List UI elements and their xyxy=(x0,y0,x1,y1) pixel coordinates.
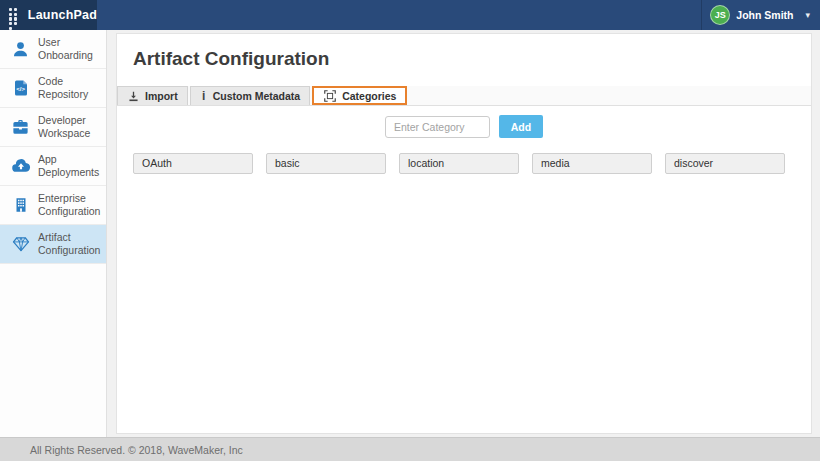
apps-grid-icon xyxy=(9,8,21,22)
sidebar-item-label: User Onboarding xyxy=(38,36,102,62)
tab-label: Custom Metadata xyxy=(213,90,301,102)
tabbar: Import i Custom Metadata Categories xyxy=(117,86,811,106)
user-name: John Smith xyxy=(736,9,793,21)
tab-label: Import xyxy=(145,90,178,102)
category-chip[interactable]: media xyxy=(532,153,652,174)
launchpad-app: LaunchPad JS John Smith ▾ User Onboardin… xyxy=(0,0,820,461)
page-title: Artifact Configuration xyxy=(117,34,811,86)
sidebar-item-artifact-configuration[interactable]: Artifact Configuration xyxy=(0,225,106,264)
sidebar-item-label: App Deployments xyxy=(38,153,102,179)
download-icon xyxy=(127,90,140,103)
main-content: Artifact Configuration Import i Custom M… xyxy=(107,30,820,437)
category-input[interactable] xyxy=(385,116,490,138)
tab-import[interactable]: Import xyxy=(117,86,188,105)
header-spacer xyxy=(97,0,701,30)
user-menu[interactable]: JS John Smith ▾ xyxy=(701,0,820,30)
crop-frame-icon xyxy=(323,89,337,103)
app-title: LaunchPad xyxy=(28,8,97,22)
code-file-icon: </> xyxy=(10,79,31,97)
sidebar-item-enterprise-configuration[interactable]: Enterprise Configuration xyxy=(0,186,106,225)
sidebar-item-label: Developer Workspace xyxy=(38,114,102,140)
sidebar-item-label: Artifact Configuration xyxy=(38,231,102,257)
sidebar-item-developer-workspace[interactable]: Developer Workspace xyxy=(0,108,106,147)
sidebar-item-label: Enterprise Configuration xyxy=(38,192,102,218)
info-icon: i xyxy=(200,89,208,103)
categories-tab-content: Add OAuth basic location media discover xyxy=(117,106,811,433)
avatar: JS xyxy=(710,5,730,25)
sidebar-item-code-repository[interactable]: </> Code Repository xyxy=(0,69,106,108)
sidebar-item-label: Code Repository xyxy=(38,75,102,101)
add-button[interactable]: Add xyxy=(499,115,543,138)
sidebar: User Onboarding </> Code Repository Deve… xyxy=(0,30,107,437)
svg-text:</>: </> xyxy=(16,86,25,92)
sidebar-item-user-onboarding[interactable]: User Onboarding xyxy=(0,30,106,69)
app-header: LaunchPad JS John Smith ▾ xyxy=(0,0,820,30)
category-chip[interactable]: basic xyxy=(266,153,386,174)
category-chip[interactable]: location xyxy=(399,153,519,174)
tab-label: Categories xyxy=(342,90,396,102)
app-footer: All Rights Reserved. © 2018, WaveMaker, … xyxy=(0,437,820,461)
briefcase-icon xyxy=(10,118,31,137)
body-row: User Onboarding </> Code Repository Deve… xyxy=(0,30,820,437)
user-icon xyxy=(10,40,31,59)
category-chip[interactable]: discover xyxy=(665,153,785,174)
gem-icon xyxy=(10,234,31,254)
category-list: OAuth basic location media discover xyxy=(117,153,811,174)
brand[interactable]: LaunchPad xyxy=(0,0,97,30)
chevron-down-icon: ▾ xyxy=(805,10,810,20)
artifact-configuration-panel: Artifact Configuration Import i Custom M… xyxy=(116,33,812,434)
sidebar-item-app-deployments[interactable]: App Deployments xyxy=(0,147,106,186)
category-chip[interactable]: OAuth xyxy=(133,153,253,174)
cloud-upload-icon xyxy=(10,156,31,176)
building-icon xyxy=(10,196,31,214)
tab-custom-metadata[interactable]: i Custom Metadata xyxy=(190,86,311,105)
tab-categories[interactable]: Categories xyxy=(312,86,407,105)
add-category-row: Add xyxy=(117,115,811,138)
copyright-text: All Rights Reserved. © 2018, WaveMaker, … xyxy=(30,444,243,456)
